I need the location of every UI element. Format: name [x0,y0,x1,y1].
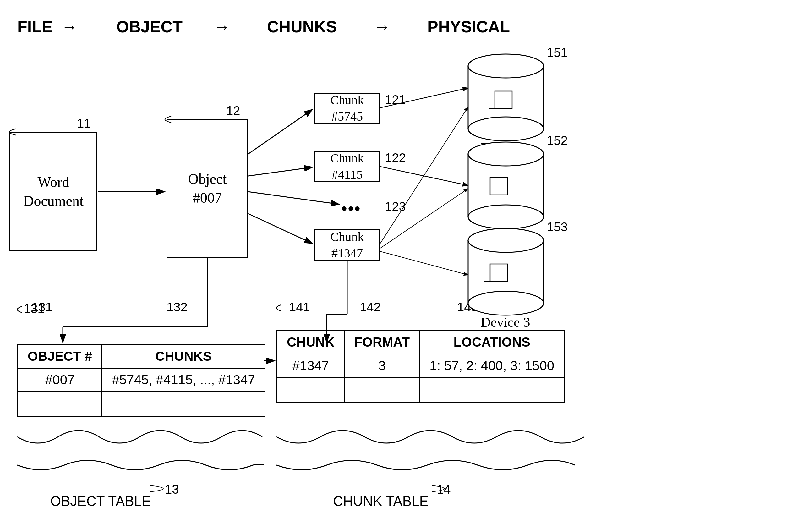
chunk-1347-box: Chunk#1347 [314,229,380,261]
obj-table-col2-ref: 132 [167,300,188,314]
svg-rect-32 [490,264,507,281]
chunk-table-col2-ref: 142 [360,300,381,314]
device1-ref: 151 [547,46,568,60]
device1-id: 1511 [495,107,520,122]
object-table-label: OBJECT TABLE [50,493,151,509]
chunk-col1-header: CHUNK [277,331,345,354]
word-doc-label: WordDocument [23,173,84,211]
chunk-table-col1-ref: 141 [289,300,310,314]
obj-row2-col1 [18,392,102,417]
obj-table-col1-ref: 131 [24,302,272,316]
chunk-5745-box: Chunk#5745 [314,93,380,124]
chunk-row1-col1: #1347 [277,354,345,378]
word-doc-box: WordDocument [9,132,98,251]
object-label: Object#007 [188,170,227,207]
svg-line-4 [248,167,313,176]
ellipsis: ••• [341,198,361,220]
svg-line-5 [248,192,339,204]
device3-name: Device 3 [481,314,530,330]
file-label: FILE [17,17,53,36]
object-flow-label: OBJECT [116,17,183,36]
obj-col2-header: CHUNKS [102,345,265,368]
chunk-row1-col3: 1: 57, 2: 400, 3: 1500 [420,354,564,378]
arrow1: → [61,17,78,36]
device3-id: 1531 [492,280,518,295]
chunk-4115-box: Chunk#4115 [314,151,380,182]
svg-line-11 [380,251,468,275]
diagram-svg [0,0,787,532]
dots-ref: 123 [385,199,406,214]
chunk-table-ref14: 14 [437,482,451,496]
device2-name: Device 2 [481,228,530,244]
chunk-table-wrapper: CHUNK FORMAT LOCATIONS #1347 3 1: 57, 2:… [276,330,565,403]
obj-row1-col1: #007 [18,368,102,392]
obj-table-ref131: 131 [31,300,52,314]
device1-name: Device 1 [481,140,530,156]
device2-id: 1521 [492,194,518,209]
device3-ref: 153 [547,220,568,234]
chunk-col2-header: FORMAT [344,331,420,354]
chunk-table-label: CHUNK TABLE [333,493,428,509]
svg-line-10 [380,189,468,248]
chunk-col3-header: LOCATIONS [420,331,564,354]
object-ref: 12 [226,104,240,118]
object-table-ref13: 13 [165,482,179,496]
svg-point-20 [468,54,544,78]
object-table: OBJECT # CHUNKS #007 #5745, #4115, ..., … [17,344,265,417]
obj-row1-col2: #5745, #4115, ..., #1347 [102,368,265,392]
chunk-row2-col1 [277,378,345,403]
chunk-4115-label: Chunk#4115 [331,150,364,183]
svg-line-9 [380,107,468,243]
chunk-table-col3-ref: 143 [457,300,478,314]
object-table-wrapper: 131 OBJECT # CHUNKS #007 #5745, #4115, .… [17,330,265,417]
obj-row2-col2 [102,392,265,417]
device2-ref: 152 [547,133,568,148]
chunk-1347-label: Chunk#1347 [331,229,364,261]
svg-rect-22 [495,91,512,108]
chunks-flow-label: CHUNKS [267,17,337,36]
physical-flow-label: PHYSICAL [427,17,510,36]
svg-rect-27 [490,177,507,195]
chunk-5745-ref: 121 [385,93,406,107]
chunk-row1-col2: 3 [344,354,420,378]
chunk-table: CHUNK FORMAT LOCATIONS #1347 3 1: 57, 2:… [276,330,565,403]
chunk-row2-col3 [420,378,564,403]
svg-line-3 [248,109,313,154]
word-doc-ref: 11 [77,116,91,130]
obj-col1-header: OBJECT # [18,345,102,368]
chunk-5745-label: Chunk#5745 [331,92,364,125]
object-box: Object#007 [167,120,248,258]
chunk-row2-col2 [344,378,420,403]
arrow2: → [214,17,230,36]
chunk-4115-ref: 122 [385,151,406,165]
svg-line-8 [380,167,468,185]
svg-line-6 [248,214,313,243]
arrow3: → [374,17,390,36]
